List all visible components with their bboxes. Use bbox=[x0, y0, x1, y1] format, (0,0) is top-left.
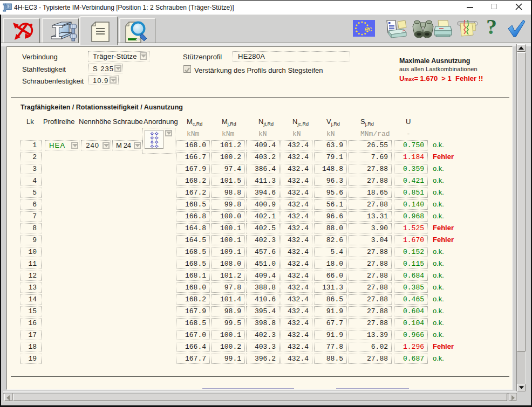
svg-text:?: ? bbox=[486, 18, 497, 37]
svg-text:ec: ec bbox=[365, 25, 372, 33]
